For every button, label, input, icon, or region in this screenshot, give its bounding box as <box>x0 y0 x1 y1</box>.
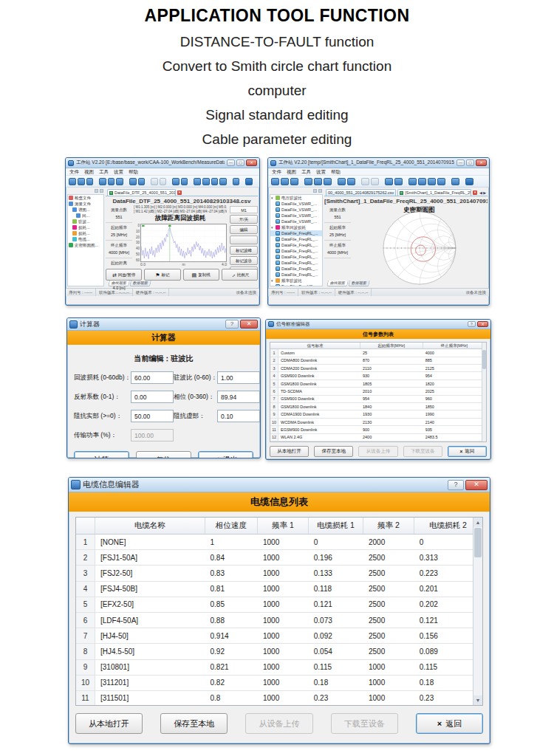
action-button-download-to-device[interactable]: 下载至设备 <box>331 713 398 734</box>
close-button[interactable]: ✕ <box>476 159 487 166</box>
chart-tool-button[interactable]: ▤复制线 <box>183 269 219 281</box>
toolbar-icon[interactable] <box>314 178 322 185</box>
calc-input[interactable] <box>131 429 174 441</box>
cable-scrollbar[interactable]: ▲ ▼ <box>473 518 482 705</box>
calc-input[interactable] <box>217 410 260 422</box>
signal-titlebar[interactable]: 信号标准编辑器 ? ✕ <box>266 320 490 329</box>
table-row[interactable]: 5GSM1800 Downlink18051820 <box>270 380 486 388</box>
action-button-upload-from-device[interactable]: 从设备上传 <box>358 446 397 457</box>
toolbar-icon[interactable] <box>271 178 279 185</box>
document-tab-inactive[interactable]: 00_4000_551_20140829175262.csv <box>326 189 396 196</box>
tree-group[interactable]: ▾电压驻波比 <box>270 195 322 201</box>
menu-item[interactable]: 工具 <box>301 169 311 174</box>
table-row[interactable]: 7[HJ4-50]0.91410000.09225000.156 <box>76 628 482 644</box>
pin-icon[interactable] <box>95 189 98 193</box>
tree-item[interactable]: 电缆... <box>68 236 103 242</box>
scrollbar-thumb[interactable] <box>482 350 486 369</box>
table-row[interactable]: 8[HJ4.5-50]0.9210000.05425000.089 <box>76 644 482 659</box>
table-row[interactable]: 2CDMA800 Downlink870885 <box>270 357 486 365</box>
tree-item[interactable]: 损耗... <box>68 230 103 236</box>
table-row[interactable]: 3CDMA200 Downlink21102125 <box>270 365 486 372</box>
scroll-up-icon[interactable]: ▲ <box>473 518 482 527</box>
toolbar-icon[interactable] <box>129 178 137 185</box>
side-button[interactable]: 开/关 <box>230 215 258 224</box>
table-row[interactable]: 7GSM900 Downlink954960 <box>270 396 486 403</box>
column-header[interactable]: 电缆损耗 1 <box>309 518 363 534</box>
toolbar-icon[interactable] <box>219 178 227 185</box>
table-row[interactable]: 3[FSJ2-50]0.8310000.13325000.223 <box>76 566 482 581</box>
calc-button-exit[interactable]: ✔退出 <box>198 451 253 458</box>
table-row[interactable]: 10WCDMA Downlink21302140 <box>270 419 486 426</box>
tree-group[interactable]: ▾频率驻波比 <box>270 278 322 284</box>
table-row[interactable]: 6TD-SCDMA20102025 <box>270 388 486 395</box>
maximize-button[interactable]: ▢ <box>236 159 244 166</box>
toolbar-icon[interactable] <box>86 178 94 185</box>
scroll-down-icon[interactable]: ▼ <box>473 695 482 705</box>
table-row[interactable]: 11[311501]0.810000.2310000.23 <box>76 691 482 706</box>
column-header[interactable]: 频率 1 <box>258 518 309 534</box>
tree-item[interactable]: 史密斯圆图... <box>68 242 103 248</box>
close-button[interactable]: ✕ <box>465 480 488 490</box>
tree-item[interactable]: DataFile_VSWR_... <box>270 207 322 213</box>
toolbar-icon[interactable] <box>347 178 355 185</box>
toolbar-icon[interactable] <box>371 178 379 185</box>
dtf-plot[interactable] <box>140 224 227 262</box>
calc-input[interactable] <box>217 371 260 384</box>
tree-item[interactable]: DataFile_FreqRL_... <box>270 242 322 248</box>
toolbar-icon[interactable] <box>211 178 219 185</box>
minimize-button[interactable]: — <box>227 159 235 166</box>
tree-group[interactable]: ▾频率回波损耗 <box>270 224 322 230</box>
toolbar-icon[interactable] <box>99 178 106 185</box>
document-tab[interactable]: DataFile_DTF_25_4000_551_20140829103348.… <box>107 189 176 196</box>
tree-item[interactable]: DataFile_FreqRL_... <box>270 272 322 278</box>
tree-item[interactable]: 谱图... <box>68 207 103 213</box>
table-row[interactable]: 11EGSM900 Downlink900935 <box>270 426 486 433</box>
toolbar-icon[interactable] <box>418 178 426 185</box>
close-button[interactable]: ✕ <box>246 159 257 166</box>
tab-close-icon[interactable]: ✕ <box>473 190 477 195</box>
side-button[interactable] <box>230 236 258 244</box>
table-row[interactable]: 9[310801]0.82110000.11510000.115 <box>76 660 482 676</box>
table-row[interactable]: 12WLAN 2.4G24002483.5 <box>270 434 486 441</box>
side-button[interactable]: 编辑 <box>230 225 258 234</box>
toolbar-icon[interactable] <box>385 178 393 185</box>
maximize-button[interactable]: ▢ <box>466 159 474 166</box>
toolbar-icon[interactable] <box>181 178 188 185</box>
action-button-open-local[interactable]: 从本地打开 <box>75 713 143 734</box>
view-tab[interactable]: 曲线视图 <box>108 281 130 286</box>
toolbar-icon[interactable] <box>361 178 369 185</box>
table-row[interactable]: 5[EFX2-50]0.8510000.12125000.202 <box>76 597 482 613</box>
help-button[interactable]: ? <box>468 321 476 327</box>
tab-close-icon[interactable]: ✕ <box>177 190 182 195</box>
toolbar-icon[interactable] <box>245 178 253 185</box>
toolbar-icon[interactable] <box>172 178 179 185</box>
toolbar-icon[interactable] <box>116 178 123 185</box>
chart-tool-button[interactable]: ⚑标记 <box>144 269 180 281</box>
action-button-download-to-device[interactable]: 下载至设备 <box>403 446 442 457</box>
column-header[interactable]: 电缆名称 <box>95 518 205 534</box>
calc-button-reset[interactable]: 复位 <box>136 451 191 458</box>
document-tab-active[interactable]: [SmithChart]_1_DataFile_FreqRL_25_4000_5… <box>397 189 471 196</box>
toolbar-icon[interactable] <box>194 178 201 185</box>
tree-item[interactable]: 测量文件 <box>68 201 103 207</box>
tree-item[interactable]: DataFile_FreqRL_... <box>270 260 322 266</box>
tree-item[interactable]: DataFile_VSWR_... <box>270 219 322 224</box>
tab-nav-arrows-icon[interactable]: ◀ ▶ <box>479 190 486 195</box>
tree-item[interactable]: DataFile_FreqRL_... <box>270 248 322 254</box>
toolbar-icon[interactable] <box>428 178 436 185</box>
signal-scrollbar[interactable] <box>482 343 486 441</box>
calc-input[interactable] <box>131 371 174 384</box>
toolbar-icon[interactable] <box>290 178 298 185</box>
scrollbar-thumb[interactable] <box>474 528 482 557</box>
action-button-open-local[interactable]: 从本地打开 <box>270 446 309 457</box>
column-header[interactable]: 终止频率[MHz] <box>423 343 486 348</box>
tree-item[interactable]: DataFile_VSWR_... <box>270 201 322 207</box>
menu-item[interactable]: 帮助 <box>331 169 341 174</box>
tree-item[interactable]: DataFile_FreqRL_... <box>270 266 322 272</box>
column-header[interactable]: 起始频率[MHz] <box>360 343 423 348</box>
side-button[interactable]: 标记波峰 <box>230 246 258 255</box>
table-row[interactable]: 6[LDF4-50A]0.8810000.07325000.121 <box>76 613 482 628</box>
marker-select-label[interactable]: M1 <box>230 206 258 213</box>
tree-item[interactable]: 损耗... <box>68 224 103 230</box>
help-button[interactable]: ? <box>225 320 239 329</box>
